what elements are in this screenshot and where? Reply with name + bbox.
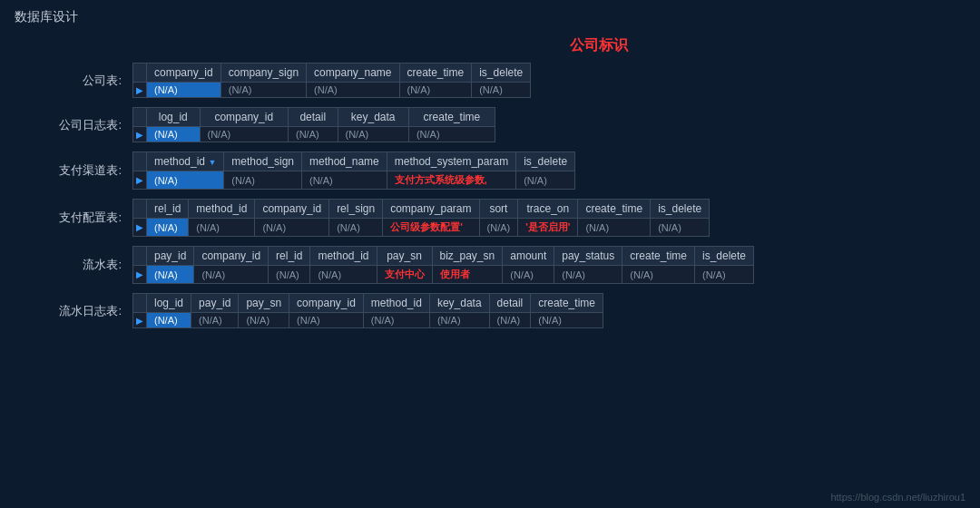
table-label-2: 支付渠道表: (15, 162, 132, 179)
col-header-9: is_delete (695, 247, 754, 266)
table-cell-4: (N/A) (472, 83, 531, 98)
table-cell-3: (N/A) (289, 313, 364, 328)
table-cell-5: 使用者 (432, 266, 503, 284)
table-label-4: 流水表: (15, 257, 132, 273)
table-cell-1: (N/A) (224, 171, 302, 190)
table-section-0: 公司表:company_idcompany_signcompany_namecr… (15, 63, 965, 98)
col-header-0: method_id ▼ (147, 152, 224, 171)
table-cell-7: (N/A) (554, 266, 622, 284)
col-header-1: pay_id (191, 294, 239, 313)
col-header-4: method_id (363, 294, 429, 313)
table-cell-3: (N/A) (399, 83, 472, 98)
col-header-4: pay_sn (377, 247, 432, 266)
table-cell-2: (N/A) (239, 313, 289, 328)
col-header-0: pay_id (147, 247, 194, 266)
col-header-2: detail (289, 108, 338, 127)
table-cell-7: (N/A) (531, 313, 603, 328)
db-table-2: method_id ▼method_signmethod_namemethod_… (132, 151, 575, 190)
table-cell-4: (N/A) (363, 313, 429, 328)
table-cell-0: (N/A) (147, 266, 194, 284)
table-label-0: 公司表: (15, 73, 132, 89)
table-cell-1: (N/A) (220, 83, 306, 98)
table-1: log_idcompany_iddetailkey_datacreate_tim… (132, 107, 495, 142)
col-header-5: sort (479, 200, 518, 219)
col-header-7: pay_status (554, 247, 622, 266)
arrow-header (133, 200, 147, 219)
col-header-7: create_time (578, 200, 651, 219)
col-header-2: pay_sn (239, 294, 289, 313)
db-table-4: pay_idcompany_idrel_idmethod_idpay_snbiz… (132, 246, 754, 284)
col-header-2: rel_id (269, 247, 310, 266)
table-section-4: 流水表:pay_idcompany_idrel_idmethod_idpay_s… (15, 246, 965, 284)
col-header-7: create_time (531, 294, 603, 313)
db-table-0: company_idcompany_signcompany_namecreate… (132, 63, 531, 98)
db-table-5: log_idpay_idpay_sncompany_idmethod_idkey… (132, 293, 603, 328)
table-cell-3: (N/A) (338, 127, 408, 142)
table-label-5: 流水日志表: (15, 303, 132, 319)
footer: https://blog.csdn.net/liuzhirou1 (830, 492, 965, 503)
table-cell-6: (N/A) (489, 313, 531, 328)
table-cell-2: (N/A) (307, 83, 399, 98)
arrow-cell: ▶ (133, 171, 147, 190)
col-header-3: method_id (310, 247, 377, 266)
col-header-5: key_data (429, 294, 489, 313)
col-header-4: create_time (408, 108, 495, 127)
col-header-0: log_id (147, 294, 191, 313)
db-table-3: rel_idmethod_idcompany_idrel_signcompany… (132, 199, 710, 237)
table-5: log_idpay_idpay_sncompany_idmethod_idkey… (132, 293, 603, 328)
db-table-1: log_idcompany_iddetailkey_datacreate_tim… (132, 107, 495, 142)
arrow-header (133, 108, 147, 127)
col-header-1: company_id (200, 108, 289, 127)
table-cell-3: (N/A) (310, 266, 377, 284)
col-header-6: trace_on (518, 200, 578, 219)
col-header-4: company_param (383, 200, 479, 219)
table-cell-9: (N/A) (695, 266, 754, 284)
table-cell-6: (N/A) (503, 266, 554, 284)
col-header-8: create_time (622, 247, 695, 266)
center-label: 公司标识 (232, 36, 965, 55)
col-header-6: amount (503, 247, 554, 266)
table-section-2: 支付渠道表:method_id ▼method_signmethod_namem… (15, 151, 965, 190)
col-header-5: biz_pay_sn (432, 247, 503, 266)
table-cell-2: (N/A) (269, 266, 310, 284)
table-label-1: 公司日志表: (15, 117, 132, 133)
table-cell-0: (N/A) (147, 171, 224, 190)
col-header-1: company_id (194, 247, 269, 266)
table-cell-4: (N/A) (516, 171, 575, 190)
table-cell-0: (N/A) (147, 127, 201, 142)
arrow-cell: ▶ (133, 266, 147, 284)
col-header-0: log_id (147, 108, 201, 127)
col-header-2: method_name (302, 152, 387, 171)
table-cell-4: 支付中心 (377, 266, 432, 284)
table-cell-1: (N/A) (189, 219, 255, 237)
table-cell-0: (N/A) (147, 313, 191, 328)
table-cell-5: (N/A) (429, 313, 489, 328)
col-header-3: method_system_param (387, 152, 515, 171)
table-cell-2: (N/A) (255, 219, 329, 237)
arrow-cell: ▶ (133, 313, 147, 328)
col-header-3: company_id (289, 294, 364, 313)
col-header-0: company_id (147, 64, 221, 83)
arrow-header (133, 152, 147, 171)
col-header-3: rel_sign (329, 200, 383, 219)
table-cell-1: (N/A) (191, 313, 239, 328)
table-cell-1: (N/A) (200, 127, 289, 142)
col-header-1: company_sign (220, 64, 306, 83)
table-cell-4: 公司级参数配置' (383, 219, 479, 237)
table-0: company_idcompany_signcompany_namecreate… (132, 63, 531, 98)
arrow-cell: ▶ (133, 127, 147, 142)
arrow-cell: ▶ (133, 83, 147, 98)
table-3: rel_idmethod_idcompany_idrel_signcompany… (132, 199, 710, 237)
arrow-header (133, 294, 147, 313)
col-header-8: is_delete (651, 200, 710, 219)
table-section-1: 公司日志表:log_idcompany_iddetailkey_datacrea… (15, 107, 965, 142)
col-header-3: create_time (399, 64, 472, 83)
col-header-0: rel_id (147, 200, 189, 219)
col-header-1: method_sign (224, 152, 302, 171)
col-header-3: key_data (338, 108, 408, 127)
table-cell-5: (N/A) (479, 219, 518, 237)
arrow-header (133, 64, 147, 83)
table-cell-2: (N/A) (302, 171, 387, 190)
page-title: 数据库设计 (0, 0, 980, 31)
col-header-4: is_delete (472, 64, 531, 83)
